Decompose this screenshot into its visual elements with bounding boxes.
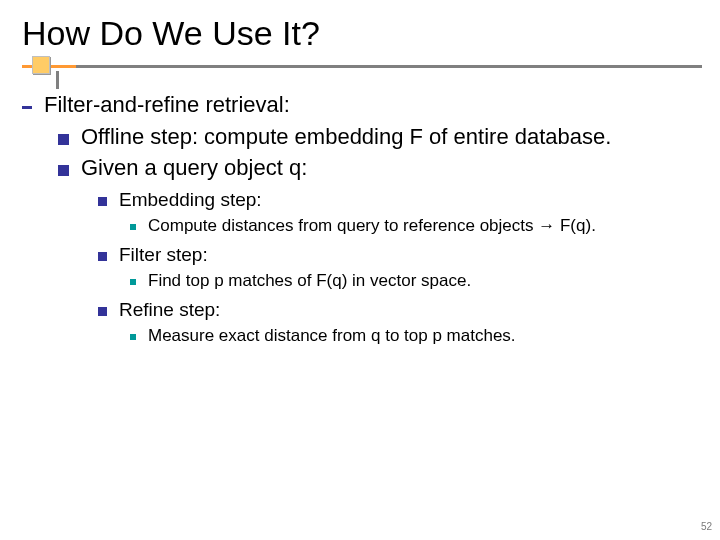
bullet-text: Filter step: <box>119 243 702 267</box>
bullet-level-4: Compute distances from query to referenc… <box>130 215 702 236</box>
bullet-text: Refine step: <box>119 298 702 322</box>
page-number: 52 <box>701 521 712 532</box>
rule-line <box>22 65 702 68</box>
square-bullet-icon <box>98 197 107 206</box>
bullet-text: Offline step: compute embedding F of ent… <box>81 123 702 151</box>
square-bullet-icon <box>98 252 107 261</box>
square-bullet-icon <box>130 279 136 285</box>
square-bullet-icon <box>130 334 136 340</box>
bullet-text: Given a query object q: <box>81 154 702 182</box>
bullet-level-4: Find top p matches of F(q) in vector spa… <box>130 270 702 291</box>
bullet-text: Find top p matches of F(q) in vector spa… <box>148 270 702 291</box>
rule-tick-icon <box>56 71 59 89</box>
bullet-text: Compute distances from query to referenc… <box>148 215 702 236</box>
bullet-text: Embedding step: <box>119 188 702 212</box>
square-bullet-icon <box>130 224 136 230</box>
square-bullet-icon <box>58 165 69 176</box>
bullet-level-3: Filter step: <box>98 243 702 267</box>
square-bullet-icon <box>98 307 107 316</box>
bullet-text: Filter-and-refine retrieval: <box>44 91 702 119</box>
bullet-level-1: Filter-and-refine retrieval: <box>22 91 702 119</box>
title-decoration <box>22 59 702 81</box>
slide: How Do We Use It? Filter-and-refine retr… <box>0 0 720 540</box>
dash-bullet-icon <box>22 106 32 109</box>
bullet-level-4: Measure exact distance from q to top p m… <box>130 325 702 346</box>
slide-body: Filter-and-refine retrieval: Offline ste… <box>22 91 702 347</box>
slide-title: How Do We Use It? <box>22 14 702 53</box>
bullet-text: Measure exact distance from q to top p m… <box>148 325 702 346</box>
bullet-level-2: Given a query object q: <box>58 154 702 182</box>
square-bullet-icon <box>58 134 69 145</box>
bullet-level-3: Refine step: <box>98 298 702 322</box>
bullet-level-3: Embedding step: <box>98 188 702 212</box>
rule-box-icon <box>32 56 50 74</box>
bullet-level-2: Offline step: compute embedding F of ent… <box>58 123 702 151</box>
